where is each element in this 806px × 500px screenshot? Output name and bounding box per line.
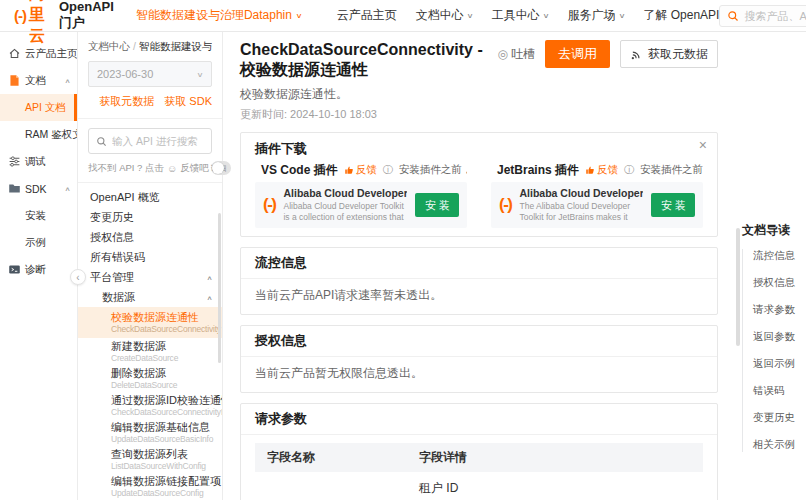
smiley-icon: ☺ [167, 163, 177, 174]
plugin-feedback-link[interactable]: 反馈 [344, 163, 377, 177]
rail-item-debug[interactable]: 调试 [0, 148, 77, 175]
nav-label: 了解 OpenAPI [643, 7, 719, 24]
complain-label: 吐槽 [511, 46, 535, 63]
plugin-card-description: The Alibaba Cloud Developer Toolkit for … [519, 201, 643, 223]
rail-item-label: 诊断 [25, 263, 46, 277]
rail-item-diagnose[interactable]: 诊断 [0, 256, 77, 283]
tree-group-datasource[interactable]: 数据源 ∧ [78, 287, 222, 307]
field-name-cell: *OpTenantIdinteger<int64> [267, 480, 419, 500]
rail-item-label: 云产品主页 [25, 47, 77, 61]
close-icon[interactable]: × [699, 138, 707, 152]
tree-item-overview[interactable]: OpenAPI 概览 [78, 187, 222, 207]
breadcrumb-current: 智能数据建设与治理... [139, 40, 212, 52]
api-search-input[interactable] [112, 135, 204, 147]
rail-item-docs[interactable]: 文档 ∧ [0, 67, 77, 94]
params-table-header: 字段名称 字段详情 [255, 443, 703, 472]
sidebar-links: 获取元数据 获取 SDK [88, 94, 212, 109]
tree-scrollbar[interactable] [218, 213, 221, 363]
top-nav: 云产品主页 文档中心 ∨ 工具中心 ∨ 服务广场 ∨ 了解 OpenAPI [337, 7, 720, 24]
detail-toggle[interactable]: 详细 [211, 161, 231, 175]
doc-toc: 文档导读 流控信息 授权信息 请求参数 返回参数 返回示例 错误码 变更历史 相… [742, 222, 806, 465]
tree-item-check-connectivity-by-id[interactable]: 通过数据源ID校验连通性 CheckDataSourceConnectivity… [78, 392, 222, 419]
plugin-vscode-header: VS Code 插件 反馈 ⓘ 安装插件之前，确保已安装 VS Code [255, 162, 467, 178]
info-icon: ⓘ [383, 163, 393, 177]
api-search[interactable] [88, 128, 212, 154]
install-button[interactable]: 安装 [415, 193, 459, 217]
section-body: 当前云产品暂无权限信息透出。 [241, 357, 717, 392]
toc-item-request-params[interactable]: 请求参数 [753, 303, 806, 317]
nav-item-service-square[interactable]: 服务广场 ∨ [568, 7, 625, 24]
global-search-input[interactable] [744, 10, 806, 22]
page-subtitle: 校验数据源连通性。 [240, 86, 718, 103]
product-selector[interactable]: 智能数据建设与治理Dataphin ∨ [136, 7, 302, 24]
tree-item-auth-info[interactable]: 授权信息 [78, 227, 222, 247]
invoke-api-button[interactable]: 去调用 [545, 40, 610, 68]
nav-label: 服务广场 [568, 7, 616, 24]
plugin-feedback-link[interactable]: 反馈 [585, 163, 618, 177]
nav-item-docs-center[interactable]: 文档中心 ∨ [416, 7, 473, 24]
breadcrumb-docs-center[interactable]: 文档中心 [88, 40, 130, 52]
rail-item-label: API 文档 [25, 101, 66, 115]
complain-icon: ◎ [498, 47, 508, 61]
rail-item-label: 调试 [25, 155, 46, 169]
toc-item-changelog[interactable]: 变更历史 [753, 411, 806, 425]
toc-item-error-codes[interactable]: 错误码 [753, 384, 806, 398]
alibaba-cloud-logo-icon: (-) [263, 195, 275, 215]
toc-item-response-example[interactable]: 返回示例 [753, 357, 806, 371]
tree-item-create-datasource[interactable]: 新建数据源 CreateDataSource [78, 338, 222, 365]
complain-button[interactable]: ◎ 吐槽 [498, 46, 535, 63]
version-select[interactable]: 2023-06-30 ∨ [88, 61, 212, 87]
tree-item-label: 授权信息 [90, 231, 134, 243]
plugin-notice: 安装插件之前，确保已安装 [640, 163, 703, 177]
rail-item-label: 文档 [25, 74, 46, 88]
column-header-field-detail: 字段详情 [419, 449, 691, 466]
rail-item-install[interactable]: 安装 [0, 202, 77, 229]
top-bar-right: ⌘ K 登录/注册 [719, 0, 806, 32]
section-request-params: 请求参数 字段名称 字段详情 *OpTenantIdinteger<int64>… [240, 403, 718, 500]
chevron-down-icon: ∨ [295, 12, 302, 20]
main-scrollbar[interactable] [736, 228, 740, 346]
feedback-link[interactable]: 反馈吧 [180, 162, 209, 175]
tree-item-update-basic-info[interactable]: 编辑数据源基础信息 UpdateDataSourceBasicInfo [78, 419, 222, 446]
tree-item-check-connectivity[interactable]: 校验数据源连通性 CheckDataSourceConnectivity [78, 307, 222, 338]
alibaba-cloud-logo-icon: (-) [499, 195, 511, 215]
rail-item-label: RAM 鉴权文档 [25, 128, 77, 142]
tree-item-label: 新建数据源 [111, 340, 166, 352]
tree-item-error-codes[interactable]: 所有错误码 [78, 247, 222, 267]
get-metadata-link[interactable]: 获取元数据 [99, 94, 154, 109]
nav-item-about-openapi[interactable]: 了解 OpenAPI [643, 7, 719, 24]
toc-item-related-examples[interactable]: 相关示例 [753, 438, 806, 452]
plugin-card-description: Alibaba Cloud Developer Toolkit is a col… [283, 201, 407, 223]
global-search[interactable]: ⌘ K [719, 5, 806, 27]
rail-item-sdk[interactable]: SDK ∧ [0, 175, 77, 202]
section-flow-control: 流控信息 当前云产品API请求速率暂未透出。 [240, 247, 718, 315]
plugin-download-panel: 插件下载 × VS Code 插件 反馈 [240, 132, 718, 237]
sliders-icon [8, 155, 21, 168]
alibaba-cloud-logo[interactable]: (-) 阿里云 [14, 0, 45, 47]
nav-item-product-home[interactable]: 云产品主页 [337, 7, 397, 24]
tree-item-delete-datasource[interactable]: 删除数据源 DeleteDataSource [78, 365, 222, 392]
rail-item-api-docs[interactable]: API 文档 [0, 94, 77, 121]
field-detail-cell: 租户 ID ! 注意该字段类型为 Long，在序列化/反序列化的过程中可能导致精… [419, 480, 691, 500]
tree-item-code: UpdateDataSourceConfig [111, 488, 204, 498]
install-button[interactable]: 安装 [651, 193, 695, 217]
page-actions: ◎ 吐槽 去调用 获取元数据 [488, 40, 718, 68]
sidebar-collapse-button[interactable]: ‹ [70, 269, 86, 285]
section-title: 流控信息 [241, 248, 717, 279]
get-sdk-link[interactable]: 获取 SDK [164, 94, 212, 109]
rail-item-ram-docs[interactable]: RAM 鉴权文档 [0, 121, 77, 148]
tree-item-label: OpenAPI 概览 [90, 191, 160, 203]
rail-item-examples[interactable]: 示例 [0, 229, 77, 256]
tree-item-changelog[interactable]: 变更历史 [78, 207, 222, 227]
toc-item-response-params[interactable]: 返回参数 [753, 330, 806, 344]
document-icon [8, 74, 21, 87]
tree-item-list-datasource[interactable]: 查询数据源列表 ListDataSourceWithConfig [78, 446, 222, 473]
toc-item-flow-control[interactable]: 流控信息 [753, 249, 806, 263]
tree-item-update-config[interactable]: 编辑数据源链接配置项 UpdateDataSourceConfig [78, 473, 222, 500]
params-table: 字段名称 字段详情 *OpTenantIdinteger<int64> 租户 I… [241, 435, 717, 500]
get-metadata-button[interactable]: 获取元数据 [620, 40, 718, 68]
nav-label: 文档中心 [416, 7, 464, 24]
toc-item-auth-info[interactable]: 授权信息 [753, 276, 806, 290]
nav-item-tools-center[interactable]: 工具中心 ∨ [492, 7, 549, 24]
tree-group-platform[interactable]: 平台管理 ∧ [78, 267, 222, 287]
